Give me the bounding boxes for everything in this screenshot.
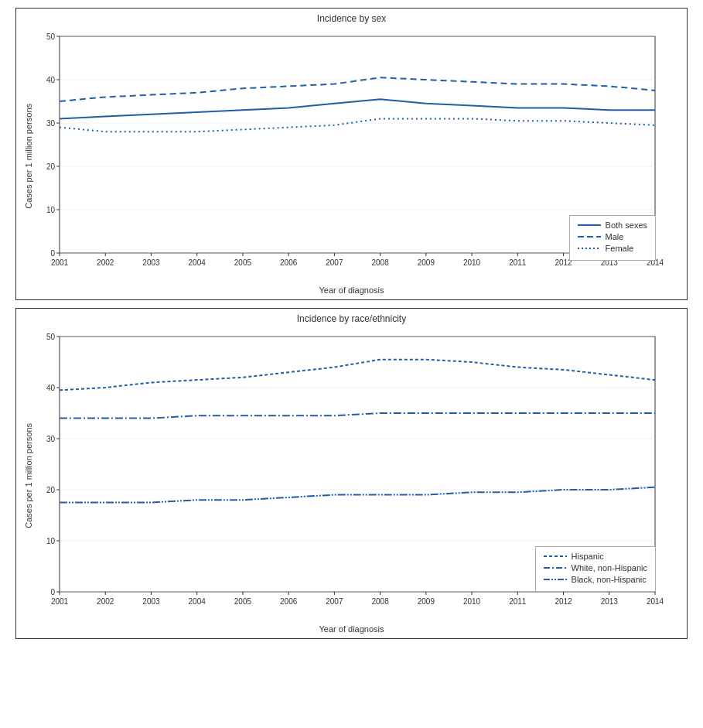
page-container: Incidence by sex Cases per 1 million per… (0, 0, 703, 647)
legend-line-both-sexes (578, 220, 601, 230)
chart-sex-wrapper: Incidence by sex Cases per 1 million per… (15, 8, 688, 300)
svg-text:0: 0 (50, 588, 55, 596)
svg-text:10: 10 (46, 206, 56, 214)
chart-sex-area: Cases per 1 million persons 010203040502… (16, 26, 687, 284)
chart-race-title: Incidence by race/ethnicity (16, 309, 687, 326)
svg-text:2001: 2001 (51, 597, 69, 606)
chart-race-y-label: Cases per 1 million persons (24, 423, 33, 528)
svg-text:20: 20 (46, 486, 56, 494)
svg-text:2007: 2007 (326, 258, 343, 267)
legend-item-white-nonhispanic: White, non-Hispanic (544, 563, 647, 572)
svg-text:2003: 2003 (142, 258, 160, 267)
svg-text:2004: 2004 (189, 258, 206, 267)
chart-race-x-label: Year of diagnosis (16, 623, 687, 638)
svg-text:2006: 2006 (280, 258, 298, 267)
chart-sex-x-label: Year of diagnosis (16, 284, 687, 299)
legend-line-female (578, 244, 601, 253)
legend-item-both-sexes: Both sexes (578, 220, 647, 230)
legend-line-hispanic (544, 552, 567, 561)
svg-text:2007: 2007 (326, 597, 343, 606)
svg-text:30: 30 (46, 119, 56, 128)
legend-item-black-nonhispanic: Black, non-Hispanic (544, 575, 647, 584)
svg-text:2002: 2002 (97, 597, 114, 606)
svg-text:20: 20 (46, 162, 56, 171)
svg-text:2009: 2009 (418, 258, 435, 267)
svg-text:2003: 2003 (142, 597, 160, 606)
legend-label-white-nonhispanic: White, non-Hispanic (572, 563, 647, 572)
chart-race-area: Cases per 1 million persons 010203040502… (16, 326, 687, 623)
svg-text:0: 0 (50, 249, 55, 258)
chart-sex-title: Incidence by sex (16, 9, 687, 26)
legend-line-white-nonhispanic (544, 563, 567, 572)
legend-line-male (578, 232, 601, 241)
svg-text:2006: 2006 (280, 597, 298, 606)
svg-text:2011: 2011 (509, 258, 527, 267)
legend-label-both-sexes: Both sexes (606, 220, 647, 230)
legend-label-black-nonhispanic: Black, non-Hispanic (572, 575, 647, 584)
legend-line-black-nonhispanic (544, 575, 567, 584)
chart-sex-legend: Both sexes Male Female (569, 215, 656, 261)
legend-item-hispanic: Hispanic (544, 552, 647, 561)
chart-sex-inner: 0102030405020012002200320042005200620072… (36, 29, 679, 284)
chart-race-inner: 0102030405020012002200320042005200620072… (36, 329, 679, 623)
chart-sex-y-label: Cases per 1 million persons (24, 104, 33, 209)
svg-text:40: 40 (46, 384, 56, 392)
svg-text:2009: 2009 (418, 597, 435, 606)
svg-text:2014: 2014 (647, 597, 664, 606)
svg-text:2001: 2001 (51, 258, 69, 267)
chart-race-legend: Hispanic White, non-Hispanic Black, non-… (535, 546, 656, 592)
svg-rect-0 (60, 36, 655, 253)
chart-race-wrapper: Incidence by race/ethnicity Cases per 1 … (15, 308, 688, 639)
svg-text:2002: 2002 (97, 258, 114, 267)
svg-text:50: 50 (46, 333, 56, 341)
svg-text:2011: 2011 (509, 597, 527, 606)
svg-text:2008: 2008 (371, 258, 389, 267)
svg-text:2004: 2004 (189, 597, 206, 606)
svg-text:2008: 2008 (371, 597, 389, 606)
legend-label-hispanic: Hispanic (572, 552, 604, 561)
svg-text:2005: 2005 (234, 258, 252, 267)
svg-text:2013: 2013 (601, 597, 619, 606)
legend-item-male: Male (578, 232, 647, 241)
legend-label-male: Male (606, 232, 624, 241)
svg-text:2010: 2010 (463, 597, 481, 606)
legend-item-female: Female (578, 244, 647, 253)
svg-text:30: 30 (46, 435, 56, 443)
svg-text:10: 10 (46, 537, 56, 545)
svg-text:2012: 2012 (555, 597, 572, 606)
svg-text:40: 40 (46, 76, 56, 84)
svg-text:50: 50 (46, 32, 56, 41)
svg-text:2010: 2010 (463, 258, 481, 267)
svg-text:2005: 2005 (234, 597, 252, 606)
legend-label-female: Female (606, 244, 634, 253)
